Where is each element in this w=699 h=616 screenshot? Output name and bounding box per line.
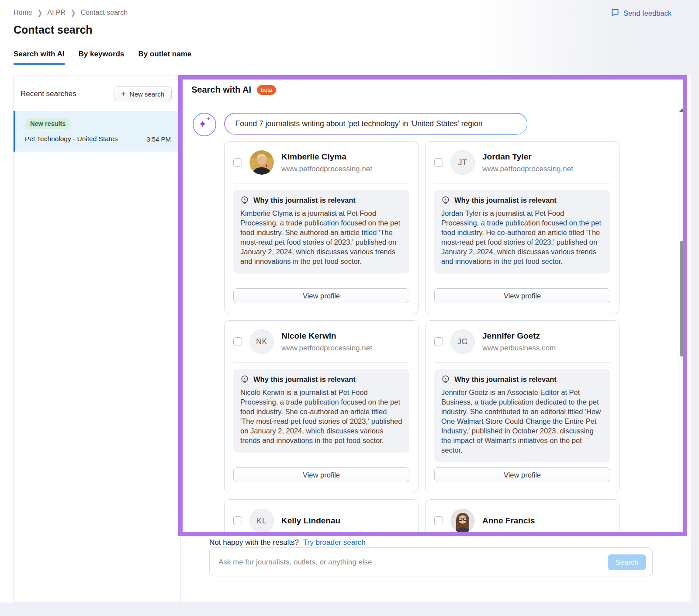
chevron-right-icon: ❯ <box>70 8 76 17</box>
journalist-card: Kimberlie Clyma www.petfoodprocessing.ne… <box>224 141 419 314</box>
recent-search-time: 3:54 PM <box>146 135 171 143</box>
journalist-name: Kelly Lindenau <box>281 516 340 526</box>
tab-by-outlet-name[interactable]: By outlet name <box>138 50 191 65</box>
select-journalist-checkbox[interactable] <box>233 516 242 525</box>
feedback-bubble-icon <box>611 8 619 18</box>
sparkle-icon: ✦ <box>206 116 211 121</box>
new-results-badge: New results <box>25 118 71 129</box>
search-results-area: Search with AI beta ✦ ✦ Found 7 journali… <box>181 76 691 602</box>
relevance-box: Why this journalist is relevant Nicole K… <box>233 369 409 453</box>
select-journalist-checkbox[interactable] <box>434 158 443 167</box>
journalist-card: JG Jennifer Goetz www.petbusiness.com <box>425 320 619 493</box>
view-profile-button[interactable]: View profile <box>233 288 409 303</box>
view-profile-button[interactable]: View profile <box>434 288 610 303</box>
content-panel: Recent searches + New search New results… <box>13 76 690 602</box>
new-search-button[interactable]: + New search <box>114 87 172 101</box>
beta-badge: beta <box>257 85 276 95</box>
view-profile-button[interactable]: View profile <box>233 467 409 482</box>
journalist-initials-avatar: KL <box>249 509 274 532</box>
idea-bulb-icon <box>240 375 249 384</box>
journalist-card: NK Nicole Kerwin www.petfoodprocessing.n… <box>224 320 419 493</box>
journalist-name: Kimberlie Clyma <box>281 152 372 162</box>
journalist-initials-avatar: NK <box>249 329 274 354</box>
ai-sparkles-avatar: ✦ ✦ <box>193 113 216 136</box>
breadcrumb: Home ❯ AI PR ❯ Contact search <box>14 9 128 17</box>
idea-bulb-icon <box>441 375 450 384</box>
scrollbar-thumb[interactable] <box>680 241 684 356</box>
journalist-website[interactable]: www.petbusiness.com <box>482 344 556 353</box>
journalist-name: Jennifer Goetz <box>482 331 556 341</box>
relevance-box: Why this journalist is relevant Kimberli… <box>233 190 409 273</box>
unhappy-text: Not happy with the results? <box>209 538 299 547</box>
journalist-initials-avatar: JT <box>450 150 475 175</box>
journalist-website[interactable]: www.petfoodprocessing.net <box>482 165 573 173</box>
new-search-label: New search <box>130 90 164 98</box>
journalist-website[interactable]: www.petfoodprocessing.net <box>281 165 372 173</box>
breadcrumb-contact-search: Contact search <box>81 9 128 17</box>
journalist-name: Nicole Kerwin <box>281 331 372 341</box>
journalist-card: JT Jordan Tyler www.petfoodprocessing.ne… <box>425 141 619 314</box>
results-viewport: Search with AI beta ✦ ✦ Found 7 journali… <box>181 76 691 532</box>
view-profile-button[interactable]: View profile <box>434 467 610 482</box>
relevance-text: Jennifer Goetz is an Associate Editor at… <box>441 388 603 455</box>
try-broader-search-link[interactable]: Try broader search <box>303 538 366 547</box>
relevance-text: Kimberlie Clyma is a journalist at Pet F… <box>240 209 402 266</box>
chevron-right-icon: ❯ <box>37 8 43 17</box>
select-journalist-checkbox[interactable] <box>233 337 242 346</box>
relevance-title: Why this journalist is relevant <box>454 375 557 384</box>
recent-search-label: Pet Technology - United States <box>25 135 118 143</box>
journalist-photo-avatar <box>249 150 274 175</box>
relevance-text: Jordan Tyler is a journalist at Pet Food… <box>441 209 603 266</box>
scroll-up-arrow-icon[interactable] <box>679 108 685 112</box>
search-button[interactable]: Search <box>608 554 646 570</box>
journalist-name: Jordan Tyler <box>482 152 573 162</box>
select-journalist-checkbox[interactable] <box>434 337 443 346</box>
relevance-box: Why this journalist is relevant Jordan T… <box>434 190 610 273</box>
search-with-ai-heading: Search with AI <box>191 85 251 95</box>
relevance-box: Why this journalist is relevant Jennifer… <box>434 369 610 462</box>
recent-searches-title: Recent searches <box>21 90 76 98</box>
relevance-text: Nicole Kerwin is a journalist at Pet Foo… <box>240 388 402 446</box>
relevance-title: Why this journalist is relevant <box>253 375 356 384</box>
journalist-cards-grid: Kimberlie Clyma www.petfoodprocessing.ne… <box>224 141 619 532</box>
recent-search-item[interactable]: New results Pet Technology - United Stat… <box>14 111 180 152</box>
ai-prompt-input[interactable] <box>218 554 585 571</box>
send-feedback-label: Send feedback <box>623 9 671 17</box>
journalist-card: Anne Francis <box>425 499 619 532</box>
ai-message-text: Found 7 journalists writing about 'pet t… <box>225 114 527 134</box>
journalist-initials-avatar: JG <box>450 329 475 354</box>
breadcrumb-ai-pr[interactable]: AI PR <box>47 9 66 17</box>
select-journalist-checkbox[interactable] <box>233 158 242 167</box>
ai-message-bubble: Found 7 journalists writing about 'pet t… <box>224 113 527 135</box>
page-right-gutter <box>691 0 699 616</box>
select-journalist-checkbox[interactable] <box>434 516 443 525</box>
journalist-name: Anne Francis <box>482 516 535 526</box>
relevance-title: Why this journalist is relevant <box>454 196 557 204</box>
relevance-title: Why this journalist is relevant <box>253 196 356 204</box>
breadcrumb-home[interactable]: Home <box>14 9 32 17</box>
page-bottom-gutter <box>0 602 699 616</box>
recent-searches-sidebar: Recent searches + New search New results… <box>14 76 181 602</box>
sparkle-icon: ✦ <box>198 119 207 129</box>
journalist-website[interactable]: www.petfoodprocessing.net <box>281 344 372 353</box>
idea-bulb-icon <box>441 196 450 204</box>
send-feedback-link[interactable]: Send feedback <box>611 8 671 18</box>
journalist-photo-avatar <box>450 509 475 532</box>
tab-search-with-ai[interactable]: Search with AI <box>14 50 65 65</box>
ai-prompt-box: Search <box>209 547 653 576</box>
idea-bulb-icon <box>240 196 249 204</box>
tab-bar: Search with AI By keywords By outlet nam… <box>14 50 191 65</box>
plus-icon: + <box>121 90 126 98</box>
tab-by-keywords[interactable]: By keywords <box>79 50 125 65</box>
journalist-card: KL Kelly Lindenau <box>224 499 419 532</box>
page-title: Contact search <box>14 24 93 36</box>
